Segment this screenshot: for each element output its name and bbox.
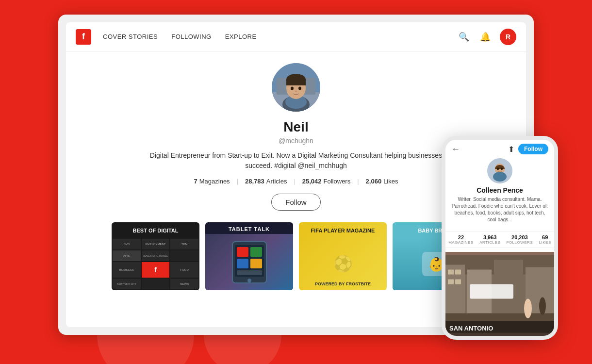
svg-rect-18 — [250, 259, 262, 268]
svg-point-37 — [524, 299, 532, 318]
bod-cell — [170, 250, 198, 261]
phone-stat-likes-label: LIKES — [539, 240, 551, 245]
profile-handle: @mchughn — [279, 137, 313, 145]
svg-rect-35 — [470, 284, 513, 299]
logo-letter: f — [82, 32, 85, 42]
flipboard-logo[interactable]: f — [76, 29, 91, 45]
stat-followers-label: Followers — [324, 178, 351, 185]
stat-magazines-label: Magazines — [199, 178, 230, 185]
bod-cell: ADVENTURE TRAVEL — [142, 250, 170, 261]
phone-follow-button[interactable]: Follow — [518, 144, 548, 154]
profile-avatar — [272, 63, 320, 112]
svg-point-38 — [539, 298, 546, 315]
phone-avatar — [487, 158, 512, 183]
nav-links: COVER STORIES FOLLOWING EXPLORE — [103, 33, 457, 40]
user-avatar-button[interactable]: R — [500, 29, 516, 45]
phone-screen: ← ⬆ Follow — [445, 140, 554, 336]
navbar: f COVER STORIES FOLLOWING EXPLORE 🔍 🔔 R — [66, 22, 526, 51]
phone-stat-followers-count: 20,203 — [511, 234, 528, 240]
phone-stat-magazines: 22 MAGAZINES — [448, 234, 474, 245]
svg-point-23 — [497, 168, 499, 170]
profile-stats: 7 Magazines | 28,783 Articles | 25,042 F… — [194, 178, 398, 185]
stat-divider-2: | — [294, 178, 295, 185]
stat-articles-count: 28,783 — [245, 178, 264, 185]
magazine-card-best-of-digital[interactable]: BEST OF DIGITAL DVD EMPLOYMENT TPM APIS … — [112, 222, 199, 290]
magazine-title-2: TABLET TALK — [205, 226, 293, 232]
magazines-row: BEST OF DIGITAL DVD EMPLOYMENT TPM APIS … — [112, 222, 480, 290]
nav-right: 🔍 🔔 R — [457, 29, 516, 45]
stat-likes-label: Likes — [383, 178, 398, 185]
bod-cell: FOOD — [170, 262, 198, 278]
magazine-card-tablet-talk[interactable]: TABLET TALK — [205, 222, 293, 290]
phone-stat-articles: 3,963 ARTICLES — [479, 234, 500, 245]
svg-rect-17 — [237, 259, 248, 268]
svg-rect-31 — [448, 270, 454, 275]
svg-point-10 — [298, 87, 301, 90]
bod-cell: BUSINESS — [113, 262, 141, 278]
phone-stat-magazines-count: 22 — [458, 234, 464, 240]
back-arrow-icon[interactable]: ← — [451, 144, 460, 154]
stat-divider-3: | — [357, 178, 359, 185]
follow-button[interactable]: Follow — [271, 194, 320, 211]
bod-cell-logo: f — [142, 262, 170, 278]
svg-point-22 — [493, 172, 507, 182]
notifications-icon[interactable]: 🔔 — [478, 30, 492, 44]
bod-cell: APIS — [113, 250, 141, 261]
stat-articles-label: Articles — [266, 178, 287, 185]
bod-cell: EMPLOYMENT — [142, 239, 170, 249]
stat-magazines: 7 Magazines — [194, 178, 230, 185]
svg-rect-34 — [455, 280, 461, 284]
phone-profile: Colleen Pence Writer. Social media consu… — [445, 156, 554, 231]
profile-bio: Digital Entrepreneur from Start-up to Ex… — [141, 150, 451, 171]
phone-stats: 22 MAGAZINES 3,963 ARTICLES 20,203 FOLLO… — [445, 231, 554, 248]
phone-navbar: ← ⬆ Follow — [445, 140, 554, 156]
search-icon[interactable]: 🔍 — [457, 30, 471, 44]
profile-name: Neil — [283, 119, 308, 135]
phone-content-image[interactable]: SAN ANTONIO — [445, 252, 554, 336]
phone-content-title: SAN ANTONIO — [449, 325, 550, 332]
outer-container: f COVER STORIES FOLLOWING EXPLORE 🔍 🔔 R — [39, 15, 553, 349]
nav-following[interactable]: FOLLOWING — [171, 33, 212, 40]
mobile-phone: ← ⬆ Follow — [442, 136, 558, 340]
stat-likes-count: 2,060 — [366, 178, 382, 185]
phone-content-overlay: SAN ANTONIO — [445, 321, 554, 336]
phone-profile-bio: Writer. Social media consultant. Mama. P… — [451, 196, 548, 223]
nav-cover-stories[interactable]: COVER STORIES — [103, 33, 158, 40]
phone-stat-magazines-label: MAGAZINES — [448, 240, 474, 245]
svg-rect-33 — [448, 280, 454, 284]
svg-point-14 — [247, 279, 251, 282]
svg-rect-15 — [237, 247, 248, 257]
phone-actions: ⬆ Follow — [508, 144, 548, 154]
stat-likes: 2,060 Likes — [366, 178, 398, 185]
bod-cell: NEWS — [170, 279, 198, 289]
svg-rect-19 — [237, 270, 262, 275]
bod-grid: DVD EMPLOYMENT TPM APIS ADVENTURE TRAVEL… — [112, 238, 199, 290]
nav-explore[interactable]: EXPLORE — [225, 33, 257, 40]
bod-cell: TPM — [170, 239, 198, 249]
svg-point-11 — [295, 91, 297, 92]
magazine-title-1: BEST OF DIGITAL — [116, 227, 195, 234]
stat-divider-1: | — [237, 178, 238, 185]
stat-articles: 28,783 Articles — [245, 178, 287, 185]
phone-stat-likes-count: 69 — [542, 234, 548, 240]
share-icon[interactable]: ⬆ — [508, 145, 514, 154]
magazine-card-fifa[interactable]: FIFA PLAYER MAGAZINE ⚽ POWERED BY FROSTB… — [299, 222, 387, 290]
phone-stat-articles-label: ARTICLES — [479, 240, 500, 245]
svg-point-24 — [501, 168, 503, 170]
svg-rect-8 — [286, 80, 306, 85]
phone-profile-name: Colleen Pence — [477, 186, 523, 194]
svg-point-9 — [291, 87, 294, 90]
phone-stat-likes: 69 LIKES — [539, 234, 551, 245]
bod-cell: NEW YORK CITY — [113, 279, 141, 289]
magazine-title-3: FIFA PLAYER MAGAZINE — [304, 227, 382, 234]
tablet-visual — [205, 234, 293, 290]
svg-rect-32 — [455, 270, 461, 275]
bod-cell — [142, 279, 170, 289]
phone-stat-followers: 20,203 FOLLOWERS — [507, 234, 533, 245]
bod-cell: DVD — [113, 239, 141, 249]
phone-stat-followers-label: FOLLOWERS — [507, 240, 533, 245]
phone-stat-articles-count: 3,963 — [483, 234, 497, 240]
stat-followers: 25,042 Followers — [302, 178, 350, 185]
svg-rect-16 — [250, 247, 262, 257]
stat-followers-count: 25,042 — [302, 178, 322, 185]
